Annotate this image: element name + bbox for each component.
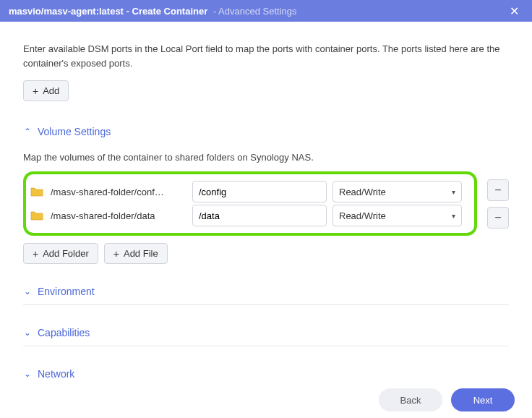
network-title: Network	[38, 368, 74, 380]
permission-select[interactable]: Read/Write ▾	[332, 205, 462, 226]
back-button[interactable]: Back	[379, 388, 442, 411]
host-path: /masv-shared-folder/data	[49, 210, 186, 221]
folder-icon	[30, 187, 43, 197]
environment-header[interactable]: ⌄ Environment	[23, 278, 509, 305]
close-icon[interactable]: ✕	[505, 3, 523, 20]
plus-icon: +	[33, 86, 38, 96]
capabilities-title: Capabilities	[38, 327, 90, 338]
chevron-down-icon: ▾	[452, 212, 455, 220]
titlebar: masvio/masv-agent:latest - Create Contai…	[0, 0, 532, 22]
capabilities-header[interactable]: ⌄ Capabilities	[23, 320, 509, 346]
remove-volume-button[interactable]: −	[487, 179, 509, 201]
add-folder-label: Add Folder	[43, 248, 89, 259]
add-port-label: Add	[43, 85, 59, 96]
ports-description: Enter available DSM ports in the Local P…	[23, 42, 509, 70]
environment-title: Environment	[38, 286, 95, 297]
network-header[interactable]: ⌄ Network	[23, 361, 509, 382]
volume-row: /masv-shared-folder/data Read/Write ▾	[30, 205, 470, 226]
next-button[interactable]: Next	[451, 388, 515, 411]
volume-row: /masv-shared-folder/conf… Read/Write ▾	[30, 181, 470, 202]
permission-select[interactable]: Read/Write ▾	[332, 181, 462, 202]
add-folder-button[interactable]: + Add Folder	[23, 243, 98, 264]
folder-icon	[30, 210, 43, 221]
add-file-label: Add File	[124, 248, 158, 259]
remove-volume-button[interactable]: −	[487, 207, 509, 229]
minus-icon: −	[494, 211, 501, 224]
content-scroll[interactable]: Enter available DSM ports in the Local P…	[0, 22, 532, 382]
title-main: masvio/masv-agent:latest - Create Contai…	[9, 6, 207, 17]
volume-settings-header[interactable]: ⌃ Volume Settings	[23, 119, 509, 145]
permission-value: Read/Write	[339, 210, 386, 221]
chevron-down-icon: ⌄	[23, 286, 32, 297]
plus-icon: +	[113, 249, 119, 259]
minus-icon: −	[494, 184, 501, 197]
mount-path-input[interactable]	[192, 181, 327, 202]
footer: Back Next	[0, 382, 532, 418]
chevron-down-icon: ▾	[452, 188, 455, 196]
volume-description: Map the volumes of the container to shar…	[23, 152, 509, 163]
volume-highlight-box: /masv-shared-folder/conf… Read/Write ▾ /…	[23, 171, 477, 236]
chevron-up-icon: ⌃	[23, 127, 32, 137]
volume-settings-title: Volume Settings	[38, 126, 111, 137]
title-sub: - Advanced Settings	[210, 6, 296, 17]
add-file-button[interactable]: + Add File	[104, 243, 168, 264]
permission-value: Read/Write	[339, 187, 386, 197]
host-path: /masv-shared-folder/conf…	[49, 187, 186, 197]
mount-path-input[interactable]	[192, 205, 327, 226]
chevron-down-icon: ⌄	[23, 369, 32, 379]
plus-icon: +	[33, 249, 38, 259]
add-port-button[interactable]: + Add	[23, 80, 69, 101]
chevron-down-icon: ⌄	[23, 328, 32, 338]
